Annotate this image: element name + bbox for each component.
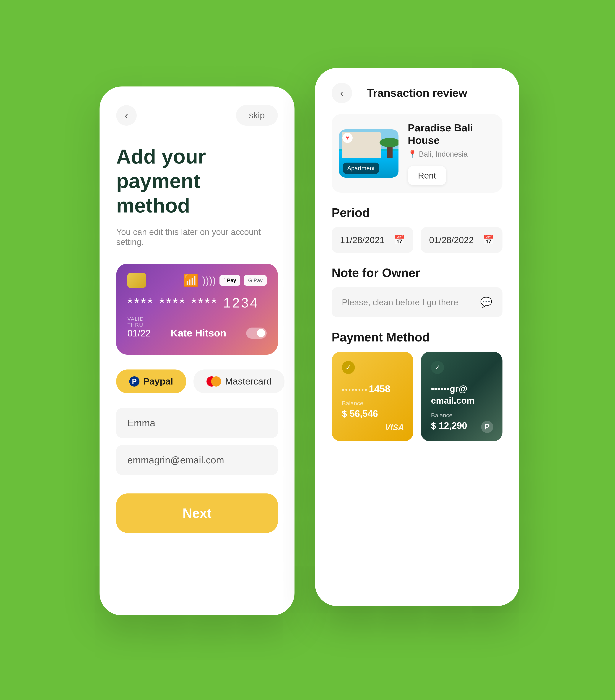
phones-container: ‹ skip Add your payment method You can e… [85,53,530,647]
period-section-title: Period [332,205,503,220]
visa-balance-label: Balance [342,400,403,407]
rent-badge: Rent [408,166,446,185]
date-end-text: 01/28/2022 [429,235,474,245]
calendar-end-icon: 📅 [483,235,494,245]
valid-label: VALIDTHRU [127,316,151,328]
valid-date: 01/22 [127,328,151,339]
nfc-icon: )))) [202,274,216,286]
page-subtitle: You can edit this later on your account … [116,227,278,247]
property-location: 📍 Bali, Indonesia [408,150,495,159]
paypal-email: ••••••gr@email.com [431,383,492,407]
note-section-title: Note for Owner [332,266,503,280]
paypal-payment-card[interactable]: ✓ ••••••gr@email.com Balance $ 12,290 P [421,352,503,441]
card-icons-right: 📶 ))))  Pay G Pay [183,273,267,287]
note-text: Please, clean before I go there [342,297,480,307]
card-number: **** **** **** 1234 [127,295,267,311]
visa-balance-amount: $ 56,546 [342,408,403,419]
paypal-button[interactable]: P Paypal [116,370,186,393]
pool-palm [387,143,393,158]
google-pay-badge: G Pay [244,275,267,286]
date-start-text: 11/28/2021 [340,235,384,245]
back-button-right[interactable]: ‹ [332,83,352,103]
apple-pay-badge:  Pay [220,275,240,286]
paypal-brand-logo: P [481,421,493,433]
property-info: Paradise Bali House 📍 Bali, Indonesia Re… [408,122,495,185]
card-holder: Kate Hitson [171,327,226,339]
phone-left: ‹ skip Add your payment method You can e… [99,87,295,615]
name-input[interactable] [116,408,278,438]
heart-icon[interactable]: ♥ [342,133,353,143]
property-name: Paradise Bali House [408,122,495,147]
mastercard-logo [207,376,221,387]
card-chip [127,273,146,288]
card-top-row: 📶 ))))  Pay G Pay [127,273,267,288]
email-input[interactable] [116,445,278,475]
page-title: Add your payment method [116,144,278,218]
payment-methods-row: P Paypal Mastercard [116,370,278,393]
back-button-left[interactable]: ‹ [116,105,137,126]
paypal-check-badge: ✓ [431,361,444,374]
card-toggle[interactable] [246,327,267,339]
note-field[interactable]: Please, clean before I go there 💬 [332,287,503,317]
left-top-nav: ‹ skip [116,105,278,126]
card-valid: VALIDTHRU 01/22 [127,316,151,339]
wifi-icon: 📶 [183,273,198,287]
mc-circle-orange [211,376,221,387]
paypal-balance-label: Balance [431,412,492,419]
payment-cards: ✓ •••••••• 1458 Balance $ 56,546 VISA ✓ … [332,352,503,441]
next-button[interactable]: Next [116,493,278,533]
mastercard-button[interactable]: Mastercard [194,370,284,393]
phone-right: ‹ Transaction review ♥ Apartment Paradis… [315,68,519,606]
visa-brand-logo: VISA [385,423,404,432]
skip-button[interactable]: skip [236,105,278,126]
payment-method-title: Payment Method [332,330,503,344]
date-start-field[interactable]: 11/28/2021 📅 [332,227,413,253]
visa-payment-card[interactable]: ✓ •••••••• 1458 Balance $ 56,546 VISA [332,352,413,441]
visa-dots-number: •••••••• 1458 [342,383,403,395]
right-top-nav: ‹ Transaction review [332,87,503,99]
card-bottom-row: VALIDTHRU 01/22 Kate Hitson [127,316,267,339]
paypal-icon: P [129,376,139,387]
screen-title: Transaction review [367,87,467,99]
calendar-start-icon: 📅 [393,235,405,245]
property-card: ♥ Apartment Paradise Bali House 📍 Bali, … [332,114,503,192]
credit-card: 📶 ))))  Pay G Pay **** **** **** 1234 V… [116,264,278,355]
chat-icon: 💬 [480,297,492,308]
location-pin-icon: 📍 [408,150,417,159]
apartment-badge: Apartment [343,163,379,174]
property-image: ♥ Apartment [339,129,398,178]
visa-check-badge: ✓ [342,361,355,374]
period-row: 11/28/2021 📅 01/28/2022 📅 [332,227,503,253]
date-end-field[interactable]: 01/28/2022 📅 [421,227,503,253]
